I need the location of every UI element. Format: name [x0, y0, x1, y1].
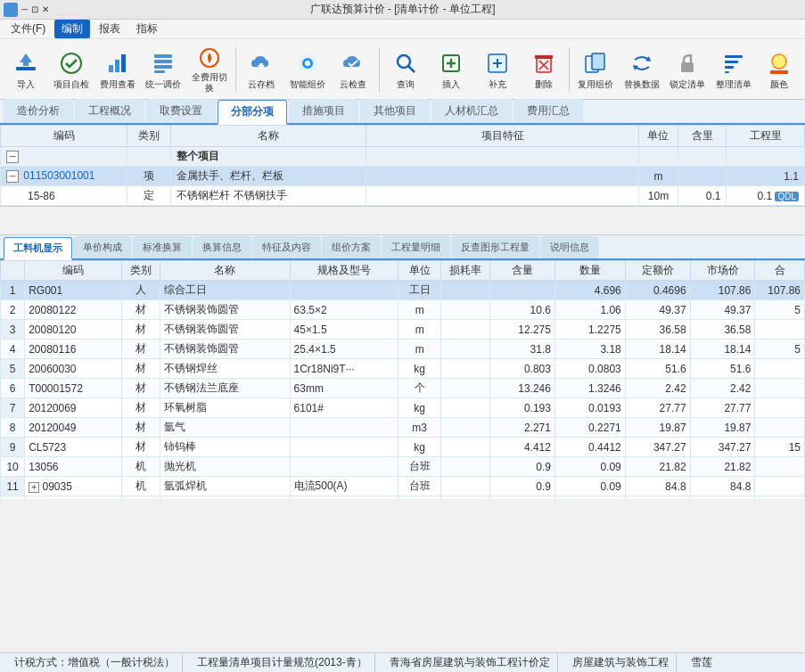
qty-cell: 0.0193	[554, 398, 625, 418]
content-cell: 12.275	[490, 320, 555, 340]
spec-cell	[290, 438, 398, 457]
type-cell: 机	[122, 457, 160, 477]
group-category-cell	[127, 147, 171, 167]
code-cell: 20060030	[25, 359, 122, 379]
tab-cost-summary[interactable]: 费用汇总	[513, 99, 583, 123]
lower-tab-convert-info[interactable]: 换算信息	[193, 236, 251, 258]
color-label: 颜色	[770, 79, 788, 90]
svg-rect-0	[16, 67, 36, 70]
table-row[interactable]: 10 13056 机 抛光机 台班 0.9 0.09 21.82 21.82	[1, 457, 805, 477]
tab-partial-items[interactable]: 分部分项	[218, 100, 287, 125]
table-row[interactable]: 9 CL5723 材 铈钨棒 kg 4.412 0.4412 347.27 34…	[1, 438, 805, 457]
lower-tab-labor-machine[interactable]: 工料机显示	[4, 237, 72, 260]
table-row[interactable]: 1 RG001 人 综合工日 工日 4.696 0.4696 107.86 10…	[1, 281, 805, 300]
toolbar-supplement[interactable]: 补充	[475, 43, 520, 96]
unit-cell: kg	[398, 438, 441, 457]
lower-tab-price-plan[interactable]: 组价方案	[322, 236, 381, 258]
table-row[interactable]: 5 20060030 材 不锈钢焊丝 1Cr18Ni9T··· kg 0.803…	[1, 359, 805, 379]
toolbar-adjust-price[interactable]: 统一调价	[142, 43, 186, 96]
collapse-btn[interactable]: ─	[6, 151, 19, 163]
table-row[interactable]: 3 20080120 材 不锈钢装饰圆管 45×1.5 m 12.275 1.2…	[1, 320, 805, 340]
qty-cell: 0.2271	[554, 418, 625, 438]
row-number: 9	[1, 438, 25, 457]
unit-cell: m	[398, 340, 441, 359]
tab-other-items[interactable]: 其他项目	[360, 99, 430, 123]
table-row-item[interactable]: ─ 011503001001 项 金属扶手、栏杆、栏板 m 1.1	[1, 167, 805, 186]
tab-fee-settings[interactable]: 取费设置	[146, 99, 216, 123]
total-cell: 5	[755, 340, 805, 359]
qty-cell: 0.16	[554, 496, 625, 500]
table-row[interactable]: 11 + 09035 机 氩弧焊机 电流500(A) 台班 0.9 0.09 8…	[1, 477, 805, 496]
toolbar-full-cost[interactable]: 全费用切换	[187, 43, 232, 96]
lower-tab-qty-detail[interactable]: 工程量明细	[382, 236, 450, 258]
lower-tab-features[interactable]: 特征及内容	[252, 236, 321, 258]
tab-project-overview[interactable]: 工程概况	[75, 99, 144, 123]
toolbar-sort-list[interactable]: 整理清单	[711, 43, 756, 96]
menu-indicator[interactable]: 指标	[129, 20, 165, 38]
table-row[interactable]: 8 20120049 材 氩气 m3 2.271 0.2271 19.87 19…	[1, 418, 805, 438]
toolbar-delete[interactable]: 删除	[522, 43, 566, 96]
svg-rect-6	[154, 54, 172, 58]
toolbar-cost-view[interactable]: 费用查看	[95, 43, 140, 96]
item-category-cell: 项	[127, 167, 171, 186]
toolbar-cloud-check[interactable]: 云检查	[332, 43, 376, 96]
svg-point-2	[62, 53, 81, 73]
menu-edit[interactable]: 编制	[54, 20, 90, 38]
toolbar-lock-list[interactable]: 锁定清单	[665, 43, 710, 96]
item-code-text: 011503001001	[23, 169, 94, 182]
lower-tab-unit-price[interactable]: 单价构成	[73, 236, 132, 258]
toolbar-color[interactable]: 颜色	[757, 43, 801, 96]
table-row[interactable]: 4 20080116 材 不锈钢装饰圆管 25.4×1.5 m 31.8 3.1…	[1, 340, 805, 359]
status-province: 青海省房屋建筑与装饰工程计价定	[382, 653, 558, 672]
toolbar-cloud-archive[interactable]: 云存档	[240, 43, 284, 96]
row-number: 7	[1, 398, 25, 418]
code-cell: 20080120	[25, 320, 122, 340]
lower-tab-reverse-check[interactable]: 反查图形工程量	[451, 236, 539, 258]
table-row-group[interactable]: ─ 整个项目	[1, 147, 805, 167]
code-cell: + 09035	[25, 477, 122, 496]
lower-tab-standard-convert[interactable]: 标准换算	[133, 236, 192, 258]
replace-data-label: 替换数据	[624, 79, 660, 90]
lower-col-qty: 数量	[554, 261, 625, 281]
restore-btn[interactable]: ⊡	[31, 4, 38, 14]
col-name: 名称	[171, 126, 366, 147]
table-row[interactable]: 12 + 07108 机 管子切断机 管径150(mm) 台班 1.6 0.16…	[1, 496, 805, 500]
tab-cost-analysis[interactable]: 造价分析	[4, 99, 73, 123]
loss-rate-cell	[441, 320, 490, 340]
window-controls[interactable]: ─ ⊡ ✕	[4, 3, 49, 17]
table-row[interactable]: 2 20080122 材 不锈钢装饰圆管 63.5×2 m 10.6 1.06 …	[1, 300, 805, 320]
menu-report[interactable]: 报表	[92, 20, 127, 38]
minimize-btn[interactable]: ─	[21, 4, 28, 14]
tab-labor-material[interactable]: 人材机汇总	[431, 99, 512, 123]
def-price-cell: 2.42	[625, 379, 690, 398]
loss-rate-cell	[441, 496, 490, 500]
table-row-subitem[interactable]: 15-86 定 不锈钢栏杆 不锈钢扶手 10m 0.1 0.1 QDL	[1, 186, 805, 206]
menu-file[interactable]: 文件(F)	[4, 20, 53, 38]
col-category: 类别	[127, 126, 171, 147]
lower-tab-description[interactable]: 说明信息	[540, 236, 599, 258]
toolbar-insert[interactable]: 插入	[430, 43, 474, 96]
expand-btn[interactable]: +	[29, 482, 39, 493]
unit-cell: m	[398, 300, 441, 320]
tab-measures[interactable]: 措施项目	[289, 99, 358, 123]
toolbar-query[interactable]: 查询	[383, 43, 428, 96]
table-row[interactable]: 6 T00001572 材 不锈钢法兰底座 63mm 个 13.246 1.32…	[1, 379, 805, 398]
toolbar-reuse-price[interactable]: 复用组价	[573, 43, 618, 96]
code-cell: 20080122	[25, 300, 122, 320]
toolbar-smart-price[interactable]: 智能组价	[285, 43, 330, 96]
table-row[interactable]: 7 20120069 材 环氧树脂 6101# kg 0.193 0.0193 …	[1, 398, 805, 418]
toolbar-replace-data[interactable]: 替换数据	[620, 43, 664, 96]
cost-view-icon	[103, 49, 132, 78]
smart-price-icon	[293, 49, 322, 78]
toolbar-import[interactable]: 导入	[4, 43, 48, 96]
code-cell: T00001572	[25, 379, 122, 398]
name-cell: 不锈钢装饰圆管	[160, 340, 290, 359]
name-cell: 铈钨棒	[160, 438, 290, 457]
name-cell: 不锈钢装饰圆管	[160, 300, 290, 320]
toolbar-self-check[interactable]: 项目自检	[50, 43, 94, 96]
name-cell: 综合工日	[160, 281, 290, 300]
total-cell: 107.86	[755, 281, 805, 300]
group-unit-cell	[639, 147, 678, 167]
item-collapse-btn[interactable]: ─	[6, 170, 19, 183]
close-btn[interactable]: ✕	[42, 4, 49, 14]
